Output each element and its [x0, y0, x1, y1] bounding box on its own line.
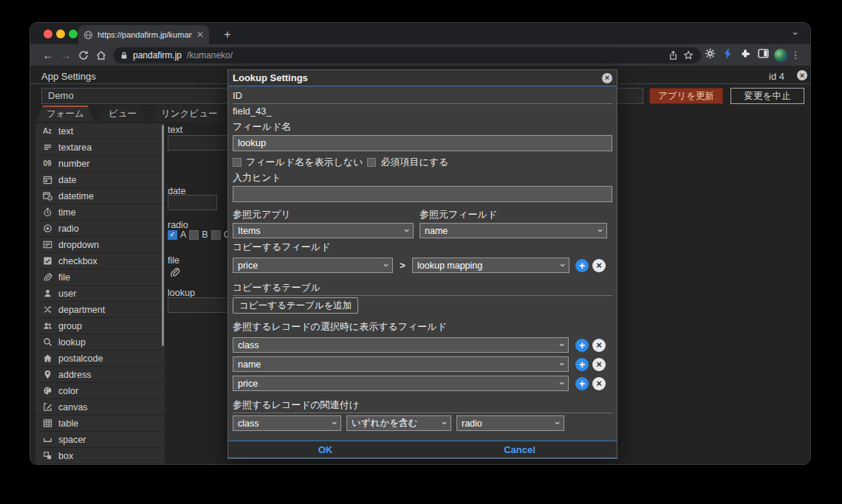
- preview-option-checkbox[interactable]: ✓: [189, 230, 199, 240]
- preview-file-label: file: [168, 255, 179, 266]
- bookmark-star-icon[interactable]: [683, 50, 694, 61]
- copy-to-select[interactable]: lookup mapping›: [412, 258, 569, 273]
- profile-avatar[interactable]: [774, 49, 787, 62]
- forward-button[interactable]: →: [57, 49, 75, 61]
- display-field-select[interactable]: price›: [233, 376, 569, 391]
- window-zoom-button[interactable]: [69, 30, 78, 38]
- relation-select[interactable]: radio›: [456, 415, 564, 431]
- preview-date-input[interactable]: [168, 195, 217, 210]
- add-copy-table-button[interactable]: コピーするテーブルを追加: [233, 297, 358, 314]
- relation-select[interactable]: いずれかを含む›: [346, 415, 451, 431]
- preview-option-label: B: [202, 229, 208, 240]
- display-field-select[interactable]: class›: [233, 337, 569, 353]
- sidebar-item[interactable]: dropdown: [35, 237, 165, 252]
- home-button[interactable]: [92, 50, 110, 61]
- sidebar-item[interactable]: lookup: [35, 334, 165, 350]
- lightning-extension-icon[interactable]: [719, 48, 736, 62]
- chevron-down-icon: ›: [557, 382, 567, 384]
- back-button[interactable]: ←: [39, 49, 57, 61]
- sidebar-item[interactable]: box: [35, 448, 165, 463]
- copy-from-select[interactable]: price›: [233, 258, 393, 273]
- sidebar-item[interactable]: radio: [35, 221, 165, 236]
- field-name-input[interactable]: lookup: [233, 135, 612, 151]
- preview-text-input[interactable]: [168, 135, 227, 151]
- option-checkbox[interactable]: [233, 158, 242, 167]
- tab-close-icon[interactable]: ✕: [196, 30, 204, 39]
- add-row-button[interactable]: +: [575, 339, 589, 352]
- sidebar-item[interactable]: department: [35, 302, 165, 317]
- new-tab-button[interactable]: +: [219, 27, 236, 43]
- sidebar-item-label: textarea: [58, 142, 92, 153]
- settings-tab[interactable]: リンクビュー: [151, 106, 227, 122]
- update-app-button[interactable]: アプリを更新: [649, 88, 723, 104]
- sidebar-item[interactable]: spacer: [35, 432, 165, 447]
- preview-lookup-input[interactable]: [168, 297, 227, 313]
- copy-table-label: コピーするテーブル: [233, 281, 612, 294]
- sidebar-item[interactable]: time: [35, 204, 165, 220]
- add-row-button[interactable]: +: [575, 358, 589, 371]
- sidebar-item[interactable]: checkbox: [35, 253, 165, 269]
- sidebar-item[interactable]: canvas: [35, 399, 165, 415]
- option-checkbox[interactable]: [367, 158, 376, 167]
- address-bar[interactable]: pandafirm.jp/kumaneko/: [113, 47, 701, 63]
- share-icon[interactable]: [668, 50, 678, 61]
- address-icon: [41, 370, 53, 380]
- modal-footer: OK Cancel: [228, 441, 617, 458]
- sidebar-item[interactable]: postalcode: [35, 351, 165, 366]
- settings-tab[interactable]: ビュー: [98, 106, 147, 122]
- sidebar-item-label: checkbox: [58, 256, 97, 266]
- side-panel-icon[interactable]: [754, 48, 772, 62]
- sidebar-scrollbar[interactable]: [162, 125, 164, 346]
- sidebar-item[interactable]: Az text: [35, 123, 165, 139]
- sidebar-item[interactable]: 09 number: [35, 156, 165, 171]
- sidebar-item[interactable]: group: [35, 318, 165, 334]
- display-field-select[interactable]: name›: [233, 356, 569, 372]
- remove-row-button[interactable]: ×: [592, 377, 606, 390]
- settings-tab[interactable]: フォーム: [36, 106, 95, 122]
- relation-select[interactable]: class›: [233, 415, 341, 431]
- table-icon: [41, 418, 53, 429]
- app-close-icon[interactable]: ×: [797, 70, 807, 80]
- window-close-button[interactable]: [44, 30, 52, 38]
- tab-search-chevron-icon[interactable]: ›: [790, 32, 801, 35]
- reload-button[interactable]: [75, 50, 92, 61]
- sidebar-item[interactable]: date: [35, 172, 165, 187]
- browser-menu-icon[interactable]: ⋮: [787, 49, 804, 61]
- preview-option-label: A: [180, 229, 186, 240]
- url-domain: pandafirm.jp: [133, 50, 182, 61]
- extensions-puzzle-icon[interactable]: [736, 49, 754, 62]
- divider: [233, 103, 612, 104]
- remove-row-button[interactable]: ×: [592, 358, 606, 371]
- hint-input[interactable]: [233, 186, 612, 202]
- display-fields-label: 参照するレコードの選択時に表示するフィールド: [233, 320, 612, 334]
- add-row-button[interactable]: +: [575, 377, 589, 390]
- sidebar-item[interactable]: textarea: [35, 139, 165, 155]
- discard-changes-button[interactable]: 変更を中止: [730, 88, 804, 104]
- sidebar-item-label: box: [58, 451, 73, 461]
- dropdown-icon: [41, 240, 53, 250]
- add-row-button[interactable]: +: [575, 259, 589, 272]
- sidebar-item-label: file: [58, 272, 70, 283]
- cancel-button[interactable]: Cancel: [504, 444, 535, 455]
- modal-close-icon[interactable]: ×: [602, 73, 612, 83]
- window-minimize-button[interactable]: [56, 30, 65, 38]
- group-icon: [41, 321, 53, 331]
- id-label: ID: [233, 89, 612, 103]
- postalcode-icon: [41, 353, 53, 364]
- sidebar-item[interactable]: user: [35, 286, 165, 301]
- ok-button[interactable]: OK: [318, 444, 333, 455]
- sidebar-item[interactable]: table: [35, 415, 165, 431]
- browser-tab[interactable]: https://pandafirm.jp/kumaneko ✕: [78, 25, 209, 44]
- sidebar-item[interactable]: address: [35, 367, 165, 382]
- gear-icon[interactable]: [701, 48, 719, 62]
- chevron-down-icon: ›: [402, 229, 411, 232]
- source-app-select[interactable]: Items›: [233, 223, 414, 238]
- source-field-select[interactable]: name›: [420, 223, 607, 238]
- remove-row-button[interactable]: ×: [592, 259, 606, 272]
- sidebar-item[interactable]: color: [35, 383, 165, 398]
- preview-option-checkbox[interactable]: ✓: [211, 230, 221, 240]
- preview-option-checkbox[interactable]: ✓: [168, 230, 177, 240]
- sidebar-item[interactable]: datetime: [35, 188, 165, 204]
- remove-row-button[interactable]: ×: [592, 339, 606, 352]
- sidebar-item[interactable]: file: [35, 269, 165, 285]
